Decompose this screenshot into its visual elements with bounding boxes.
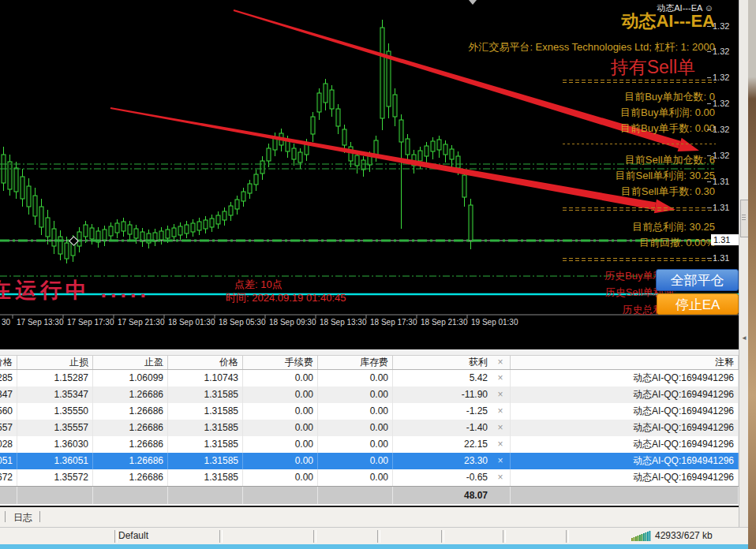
- mt4-window: 动态AI---EA ☺ 动态AI---EA 外汇交易平台: Exness Tec…: [0, 0, 756, 549]
- profile-name[interactable]: Default: [118, 530, 148, 541]
- price-axis-label: 1.31: [713, 253, 729, 263]
- candle: [103, 230, 107, 241]
- candle: [380, 28, 384, 118]
- price-axis-label: 1.32: [713, 47, 729, 56]
- candle: [437, 140, 441, 150]
- candle: [374, 140, 378, 155]
- panel-top-edge: [0, 349, 739, 356]
- desktop-wallpaper: [748, 0, 756, 549]
- close-order-icon[interactable]: ×: [495, 436, 506, 453]
- candle: [406, 139, 410, 155]
- candle: [178, 226, 182, 235]
- terminal-tabbar: 日志: [0, 507, 739, 527]
- price-axis-label: 1.31: [713, 203, 729, 212]
- spread-label: 点差: 10点: [234, 278, 283, 292]
- gold-separator-line: [563, 260, 716, 261]
- order-row[interactable]: 5571.355571.266861.315850.000.00-1.40×动态…: [0, 420, 739, 436]
- candle: [267, 148, 271, 161]
- close-order-icon[interactable]: ×: [495, 356, 506, 369]
- close-order-icon[interactable]: ×: [495, 469, 506, 486]
- candle: [443, 144, 447, 155]
- scroll-left-icon[interactable]: ◄: [741, 334, 747, 342]
- gold-separator-line: [563, 258, 716, 259]
- candle: [254, 174, 258, 185]
- terminal-panel: 价格止损止盈价格手续费库存费获利×注释2851.152871.060991.10…: [0, 349, 739, 506]
- time-axis-label: 18 Sep 01:30: [168, 318, 215, 327]
- traffic-counter: 42933/627 kb: [655, 530, 713, 541]
- order-row[interactable]: 3471.353471.266861.315850.000.00-11.90×动…: [0, 387, 739, 403]
- candle: [166, 230, 170, 238]
- current-price-tag: 1.31: [711, 234, 739, 245]
- candle: [298, 152, 302, 162]
- order-row[interactable]: 6721.355721.266861.315850.000.00-0.65×动态…: [0, 469, 739, 486]
- candle: [204, 220, 208, 229]
- table-header: 价格止损止盈价格手续费库存费获利×注释: [0, 356, 739, 370]
- gold-separator-line: [563, 144, 716, 144]
- close-order-icon[interactable]: ×: [495, 370, 506, 387]
- order-row[interactable]: 5601.355501.266861.315850.000.00-1.25×动态…: [0, 403, 739, 420]
- close-all-button[interactable]: 全部平仓: [656, 269, 739, 291]
- gold-separator-line: [563, 82, 716, 83]
- candle: [462, 175, 466, 197]
- holding-sell-label: 持有Sell单: [611, 55, 695, 80]
- candle: [172, 228, 176, 237]
- candle: [241, 192, 245, 201]
- stop-ea-button[interactable]: 停止EA: [657, 293, 739, 315]
- ea-stat-line: 目前总利润: 30.25: [632, 220, 715, 234]
- candle: [52, 229, 56, 246]
- candle: [90, 228, 94, 239]
- candle: [21, 177, 24, 199]
- candle: [128, 225, 132, 234]
- candle: [425, 146, 429, 156]
- candle: [431, 141, 435, 151]
- order-row[interactable]: 0511.360511.266861.315850.000.0023.30×动态…: [0, 453, 739, 469]
- order-row[interactable]: 0281.360301.266861.315850.000.0022.15×动态…: [0, 436, 739, 453]
- close-order-icon[interactable]: ×: [495, 453, 506, 469]
- candle: [197, 222, 201, 230]
- candle: [46, 218, 50, 237]
- candle: [185, 225, 189, 233]
- candle: [456, 156, 460, 168]
- close-order-icon[interactable]: ×: [495, 420, 506, 436]
- ea-stat-line: 目前Sell单加仓数: 6: [625, 153, 715, 167]
- tab-journal[interactable]: 日志: [13, 511, 32, 525]
- candle: [229, 206, 233, 215]
- time-axis-label: 17 Sep 17:30: [67, 318, 114, 327]
- candle: [450, 149, 454, 159]
- candle: [223, 211, 226, 220]
- time-axis-label: 17 Sep 21:30: [118, 318, 165, 327]
- time-axis-label: 18 Sep 05:30: [219, 318, 266, 327]
- time-axis-label: 18 Sep 21:30: [421, 318, 468, 327]
- status-bar: Default 42933/627 kb: [0, 527, 748, 544]
- candle: [27, 186, 31, 207]
- summary-row: 48.07: [0, 486, 739, 504]
- ea-stat-line: 目前Sell单手数: 0.30: [621, 185, 715, 199]
- candle: [115, 223, 119, 233]
- candle: [342, 129, 346, 145]
- vertical-scrollbar[interactable]: ◄: [739, 0, 748, 544]
- candle: [336, 109, 340, 126]
- close-order-icon[interactable]: ×: [495, 387, 506, 403]
- ea-title: 动态AI---EA: [621, 9, 715, 33]
- candle: [159, 231, 163, 240]
- time-axis-label: 18 Sep 17:30: [370, 318, 417, 327]
- server-time-label: 时间: 2024.09.19 01:40:45: [226, 291, 346, 305]
- candle: [260, 161, 264, 174]
- candle: [387, 51, 391, 106]
- candle: [469, 205, 473, 241]
- chart-area[interactable]: 动态AI---EA ☺ 动态AI---EA 外汇交易平台: Exness Tec…: [0, 0, 739, 349]
- candle: [65, 243, 69, 259]
- connection-signal-icon: [631, 531, 652, 542]
- candle: [317, 93, 321, 112]
- price-axis-label: 1.32: [713, 151, 729, 160]
- order-row[interactable]: 2851.152871.060991.107430.000.005.42×动态A…: [0, 370, 739, 387]
- close-order-icon[interactable]: ×: [495, 403, 506, 420]
- candle: [33, 196, 37, 216]
- candle: [77, 232, 81, 246]
- price-axis-label: 1.32: [713, 73, 729, 82]
- ea-running-text: 在运行中 .....: [0, 276, 150, 304]
- candle: [191, 223, 195, 232]
- candle: [418, 151, 422, 161]
- candle: [248, 184, 252, 193]
- gold-separator-line: [563, 207, 716, 208]
